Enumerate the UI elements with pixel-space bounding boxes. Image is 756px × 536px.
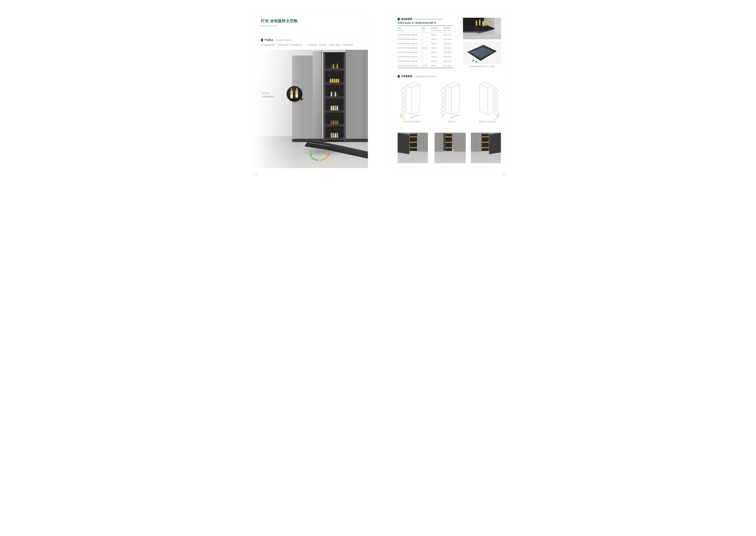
divider [392,71,507,71]
right-page-card: 规格参数图 / Specification Parameter Chart GS… [392,12,507,168]
installation-heading-cn: 安装参数图 [401,75,413,78]
table-row: E:344*505*(1050-1350)mm4400mm364 ±2mm [398,50,453,54]
effect-caption: 向左旋转效果 [417,160,426,162]
left-page-card: 灯光·全铝旋转太空舱 Revolving Tall Unit 产品特点 / Pr… [253,12,368,168]
table-row: B:244*505*(1350-1650)mm5300mm264 ±2mm [398,37,453,42]
feature-item: 联动结构、省力静音、大容量大收纳、二边氛围光源 [307,44,353,46]
feature-list: 内含8轴承旋转、全铝合金支架、内嵌硅胶灯条 联动结构、省力静音、大容量大收纳、二… [261,44,353,46]
effect-photo-pullout: 篮体平拉出效果 [434,133,466,163]
features-heading-cn: 产品特点 [265,39,273,42]
basket [325,59,343,71]
green-square-icon [261,39,263,41]
catalog-spread: 灯光·全铝旋转太空舱 Revolving Tall Unit 产品特点 / Pr… [241,0,515,179]
drawing-caption: 篮体平拉出 [448,120,456,123]
effect-caption: 篮体平拉出效果 [453,160,464,162]
basket [325,87,343,99]
cabinet-doors-right [346,50,368,139]
table-row: D:244*505*(1950-2200)mm6 (加高)300mm264 ±2… [398,46,453,50]
revolving-tall-unit [323,52,346,142]
spec-table-header: 规格(W*D*H) 层数Layer 柜体宽度Cabinet width 柜内宽度… [398,26,453,33]
table-row: C:244*505*(1650-1950)mm6300mm264 ±2mm [398,42,453,46]
install-drawing-left-rotate: 柜内深度 ≥520mm [397,81,427,120]
callout-label: 全铝支架 前后氛围硅胶灯 [262,91,286,98]
table-row: H:344*505*(1950-2200)mm6 (加高)400mm364 ±2… [398,63,453,68]
callout-line-1: 全铝支架 [262,91,286,95]
product-subtitle: Revolving Tall Unit [261,25,277,27]
features-heading-en: / Product Features [275,39,292,41]
basket [325,101,343,113]
feature-item: 内含8轴承旋转、全铝合金支架、内嵌硅胶灯条 [261,44,302,46]
detail-photo-pullout [463,18,501,39]
drawing-caption: 篮体平拉出 向右边旋转 [479,120,496,123]
installation-heading-en: / Installation parameters [414,75,436,78]
features-heading: 产品特点 / Product Features [261,39,292,42]
page-number-left: 143 [253,173,258,176]
product-title: 灯光·全铝旋转太空舱 [261,18,298,23]
detail-photo-caption: 全内部棒卯结构玻璃篮·不见任何螺丝 [463,65,501,68]
detail-photo-basket [463,42,501,64]
rotation-arrows-icon [308,152,331,161]
green-square-icon [398,75,400,78]
green-square-icon [398,18,400,20]
table-row: G:344*505*(1650-1950)mm6400mm364 ±2mm [398,59,453,63]
install-drawing-straight: 柜内深度 ≥520mm [437,81,467,120]
effect-photo-right-rotate: 向右旋转效果 [471,133,501,163]
installation-heading: 安装参数图 / Installation parameters [398,75,436,78]
table-row: F:344*505*(1350-1650)mm5400mm364 ±2mm [398,54,453,59]
callout-line-2: 前后氛围硅胶灯 [262,95,286,98]
detail-callout-circle [287,86,302,102]
page-number-right: 144 [499,173,507,176]
spec-heading: 规格参数图 / Specification Parameter Chart [398,18,442,20]
effect-photo-left-rotate: 向左旋转效果 [398,133,428,163]
photo-annotation: 灯光轴承旋转全铝平开拉篮 [285,150,309,152]
spec-heading-en: / Specification Parameter Chart [414,18,442,20]
basket [325,73,343,85]
drawing-caption: 篮体平拉出 向左边旋转 [403,120,421,123]
divider [253,33,368,34]
open-cabinet-door [313,51,322,142]
main-product-photo: 全铝支架 前后氛围硅胶灯 灯光轴承旋转全铝平开拉篮 [253,50,368,168]
spec-table: 规格(W*D*H) 层数Layer 柜体宽度Cabinet width 柜内宽度… [398,25,453,68]
basket [325,115,343,127]
spec-heading-cn: 规格参数图 [401,18,413,20]
install-drawing-right-rotate [472,81,502,120]
basket [325,129,343,140]
table-row: A:244*505*(1050-1350)mm4300mm264 ±2mm [398,33,453,37]
model-number: GS05-01XZ·A / GS05-01XZ-WP·A [398,22,436,24]
effect-caption: 向右旋转效果 [489,160,500,162]
